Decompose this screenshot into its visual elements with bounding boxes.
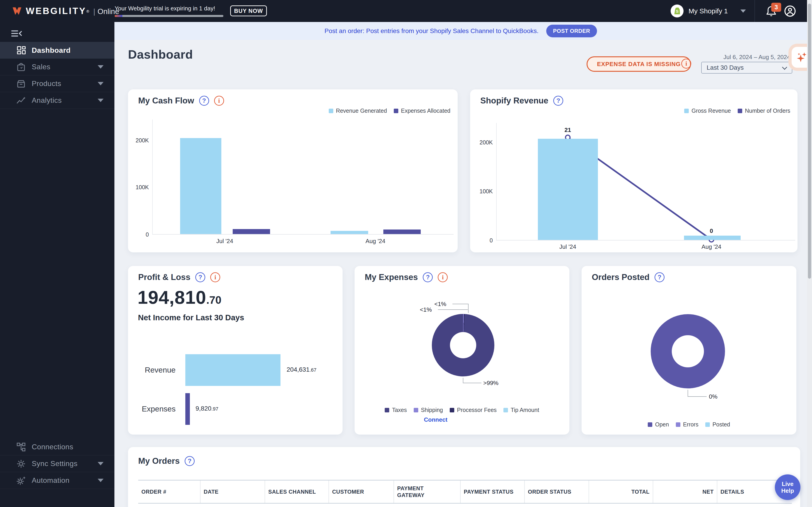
legend-swatch xyxy=(503,408,508,412)
chevron-down-icon xyxy=(741,9,746,13)
expenses-value: 9,820.97 xyxy=(196,405,218,412)
legend-item: Errors xyxy=(676,421,699,428)
page-scrollbar xyxy=(807,0,812,507)
store-selector[interactable]: S My Shopify 1 xyxy=(671,0,746,22)
live-help-label: Live Help xyxy=(775,481,801,494)
sidebar-item-label: Sales xyxy=(32,63,51,71)
notifications-button[interactable]: 3 xyxy=(765,5,779,18)
sidebar-item-analytics[interactable]: Analytics xyxy=(0,92,114,109)
y-tick: 100K xyxy=(131,184,149,190)
legend-swatch xyxy=(648,422,652,427)
sidebar-item-products[interactable]: Products xyxy=(0,75,114,92)
help-icon[interactable] xyxy=(185,456,195,466)
warning-info-icon[interactable] xyxy=(681,59,691,69)
cash-flow-plot: Jul '24 Aug '24 xyxy=(152,119,454,235)
help-icon[interactable] xyxy=(655,272,664,282)
legend-swatch xyxy=(450,408,454,412)
chevron-down-icon xyxy=(98,479,104,482)
legend-swatch xyxy=(676,422,680,427)
info-icon[interactable] xyxy=(214,96,224,106)
scrollbar-thumb[interactable] xyxy=(808,4,811,279)
shopify-revenue-card: Shopify Revenue Gross RevenueNumber of O… xyxy=(470,90,798,252)
shopify-revenue-legend: Gross RevenueNumber of Orders xyxy=(684,108,790,114)
webgility-logo[interactable]: WEBGILITY®|Online xyxy=(12,0,119,22)
store-name: My Shopify 1 xyxy=(689,7,728,15)
chevron-down-icon xyxy=(782,65,787,70)
connect-link[interactable]: Connect xyxy=(424,416,448,423)
sidebar-item-sync-settings[interactable]: Sync Settings xyxy=(0,455,114,472)
help-icon[interactable] xyxy=(195,272,205,282)
chevron-down-icon xyxy=(98,65,104,69)
legend-swatch xyxy=(385,408,389,412)
legend-item: Open xyxy=(648,421,669,428)
my-orders-title: My Orders xyxy=(138,456,180,466)
column-header-order-: ORDER # xyxy=(138,481,201,503)
column-header-payment-gateway: PAYMENT GATEWAY xyxy=(394,481,461,503)
main-content: Post an order: Post entries from your Sh… xyxy=(114,22,807,507)
banner-message: Post an order: Post entries from your Sh… xyxy=(324,27,539,35)
orders-posted-title: Orders Posted xyxy=(592,273,650,282)
live-help-button[interactable]: Live Help xyxy=(775,474,801,500)
legend-swatch xyxy=(329,109,333,113)
trial-progress xyxy=(115,15,223,17)
legend-swatch xyxy=(414,408,418,412)
dashboard-grid-icon xyxy=(16,45,26,55)
legend-swatch xyxy=(738,109,742,113)
product-box-icon xyxy=(16,78,26,89)
net-income-subtitle: Net Income for Last 30 Days xyxy=(138,313,244,322)
sidebar-item-label: Dashboard xyxy=(32,46,71,55)
sidebar-item-sales[interactable]: Sales xyxy=(0,59,114,75)
donut-hole xyxy=(672,335,704,368)
sparkle-icon xyxy=(795,51,808,64)
column-header-customer: CUSTOMER xyxy=(329,481,394,503)
sidebar-item-automation[interactable]: Automation xyxy=(0,472,114,489)
orders-posted-card: Orders Posted 0% OpenErrorsPosted xyxy=(581,266,796,435)
topbar-divider xyxy=(754,0,755,22)
sidebar-item-label: Products xyxy=(32,79,61,88)
line-point-label: 21 xyxy=(565,126,571,133)
help-icon[interactable] xyxy=(553,96,563,106)
cash-flow-card: My Cash Flow Revenue GeneratedExpenses A… xyxy=(128,90,458,252)
sidebar-item-label: Connections xyxy=(32,443,73,451)
buy-now-button[interactable]: BUY NOW xyxy=(230,5,267,16)
donut-hole xyxy=(450,332,476,358)
legend-item: Tip Amount xyxy=(503,407,539,413)
legend-swatch xyxy=(705,422,710,427)
legend-item: Taxes xyxy=(385,407,407,413)
legend-item: Processor Fees xyxy=(450,407,497,413)
sidebar-collapse-button[interactable] xyxy=(11,29,22,39)
help-icon[interactable] xyxy=(199,96,209,106)
my-orders-card: My Orders ORDER #DATESALES CHANNELCUSTOM… xyxy=(128,447,800,507)
collapse-menu-icon xyxy=(11,29,22,39)
sidebar-item-dashboard[interactable]: Dashboard xyxy=(0,42,114,59)
info-icon[interactable] xyxy=(210,272,220,282)
expenses-label: Expenses xyxy=(128,404,175,413)
sidebar-item-connections[interactable]: Connections xyxy=(0,439,114,455)
help-icon[interactable] xyxy=(423,272,433,282)
net-income-amount: 194,810.70 xyxy=(138,287,221,308)
date-range-select[interactable]: Last 30 Days xyxy=(701,62,792,73)
revenue-row: Revenue 204,631.67 xyxy=(128,354,343,386)
y-tick: 200K xyxy=(475,139,493,146)
expenses-callout-large: >99% xyxy=(483,380,498,386)
bar-expenses-allocated-jul xyxy=(233,229,270,234)
chevron-down-icon xyxy=(98,462,104,465)
y-tick: 100K xyxy=(475,188,493,194)
expenses-callout-small: <1% xyxy=(434,300,446,307)
cash-flow-legend: Revenue GeneratedExpenses Allocated xyxy=(329,108,450,114)
legend-item: Number of Orders xyxy=(738,108,790,114)
shopify-revenue-title: Shopify Revenue xyxy=(480,96,548,106)
info-icon[interactable] xyxy=(438,272,448,282)
sidebar-item-label: Sync Settings xyxy=(32,459,78,468)
expense-warning-badge[interactable]: EXPENSE DATA IS MISSING xyxy=(587,56,691,72)
account-button[interactable] xyxy=(783,5,797,18)
cash-flow-title: My Cash Flow xyxy=(138,96,194,106)
date-range-select-value: Last 30 Days xyxy=(707,64,744,71)
analytics-trend-icon xyxy=(16,95,26,106)
y-tick: 200K xyxy=(131,137,149,144)
line-point-label: 0 xyxy=(710,227,713,234)
post-order-button[interactable]: POST ORDER xyxy=(546,25,597,37)
column-header-total: TOTAL xyxy=(589,481,653,503)
orders-table: ORDER #DATESALES CHANNELCUSTOMERPAYMENT … xyxy=(138,480,792,504)
gear-icon xyxy=(16,459,26,469)
